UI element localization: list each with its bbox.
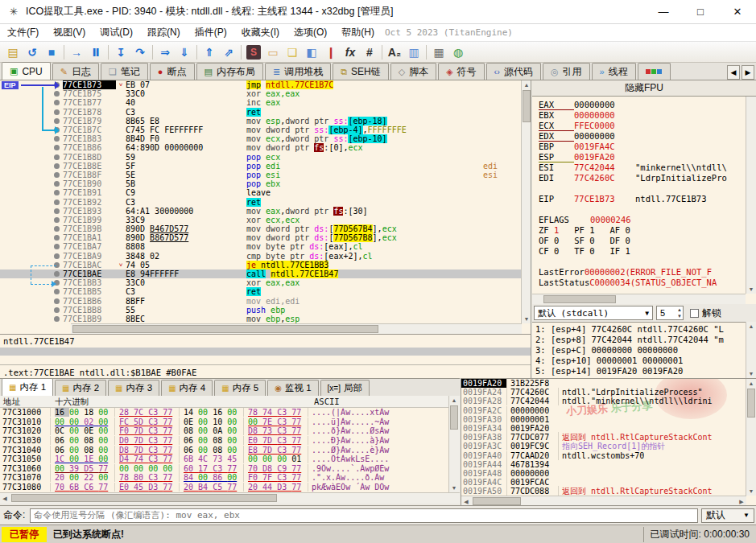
hash-icon[interactable]: # (360, 43, 379, 61)
tab-内存布局[interactable]: ▤内存布局 (196, 63, 263, 80)
hide-fpu-button[interactable]: 隐藏FPU (532, 80, 756, 97)
disasm-row[interactable]: 77CE1B7CC745 FC FEFFFFFFmov dword ptr ss… (0, 125, 522, 134)
tab-日志[interactable]: ✎日志 (52, 63, 99, 80)
breakpoint-dot[interactable] (54, 217, 60, 223)
run-to-user-code-icon[interactable]: ⇗ (219, 43, 238, 61)
dump-row[interactable]: 77C3106000 39 D5 7700 00 00 0060 17 C3 7… (0, 464, 448, 474)
breakpoint-dot[interactable] (54, 172, 60, 178)
flags-row[interactable]: OF 0 SF 0 DF 0 (539, 236, 745, 246)
breakpoint-dot[interactable] (54, 244, 60, 249)
dump-row[interactable]: 77C310501C 00 1E 00D4 74 C3 776B 4C 73 4… (0, 455, 448, 464)
register-row[interactable]: EAX00000000 (539, 100, 745, 110)
stop-icon[interactable]: ■ (42, 43, 61, 61)
stack-row[interactable]: 0019FA2031B225F8 (461, 379, 756, 388)
dump-tab-局部[interactable]: [x=]局部 (320, 380, 370, 396)
disasm-row[interactable]: 77CE1B798B65 E8mov esp,dword ptr ss:[ebp… (0, 117, 522, 125)
labels-icon[interactable]: ◧ (302, 43, 321, 61)
tab-seh链[interactable]: ⧉SEH链 (333, 63, 389, 80)
disasm-row[interactable]: 77CE1BAEE8 94FFFFFFcall ntdll.77CE1B47 (0, 269, 522, 278)
disasm-row[interactable]: 77CE1BB98BECmov ebp,esp (0, 315, 522, 323)
disasm-row[interactable]: 77CE1B73˅EB 07jmp ntdll.77CE1B7C (0, 80, 522, 89)
register-row[interactable]: ESI77C42044"minkernel\\ntdll\ (539, 162, 745, 173)
tab-调用堆栈[interactable]: ≣调用堆栈 (265, 63, 331, 80)
menu-item-视[interactable]: 视图(V) (46, 24, 93, 42)
disasm-row[interactable]: 77CE1B8664:890D 00000000mov dword ptr fs… (0, 143, 522, 152)
patches-icon[interactable]: ▭ (263, 43, 283, 61)
breakpoint-dot[interactable] (54, 181, 60, 187)
menu-item-调[interactable]: 调试(D) (93, 24, 140, 42)
comments-icon[interactable]: ❏ (283, 43, 302, 61)
breakpoint-dot[interactable] (54, 307, 60, 313)
scroll-up-arrow[interactable]: ▲ (746, 379, 756, 388)
functions-icon[interactable]: fx (341, 43, 360, 61)
scroll-down-arrow[interactable]: ▼ (746, 285, 756, 294)
stack-row[interactable]: 0019FA5077CDC088返回到 ntdll.RtlCaptureStac… (461, 487, 756, 496)
stack-row[interactable]: 0019FA3000000001 (461, 415, 756, 424)
scroll-down-arrow[interactable]: ▼ (522, 315, 531, 323)
argument-row[interactable]: 1: [esp+4] 77C4260C ntdll.77C4260C "L (535, 324, 746, 335)
dump-horizontal-scrollbar[interactable]: ◀ (0, 492, 460, 504)
run-icon[interactable]: → (67, 43, 86, 61)
tab-scroll-left-arrow[interactable]: ◀ (727, 65, 740, 80)
dump-tab-内存3[interactable]: ▦内存 3 (108, 380, 159, 396)
breakpoint-dot[interactable] (54, 271, 60, 277)
maximize-button[interactable]: □ (682, 0, 719, 23)
dump-tab-内存5[interactable]: ▦内存 5 (214, 380, 266, 396)
register-row[interactable]: EBX00000000 (539, 110, 745, 121)
dump-tab-监视1[interactable]: ◉监视 1 (267, 380, 318, 396)
dump-row[interactable]: 77C3107020 00 22 0078 80 C3 7784 00 86 0… (0, 473, 448, 483)
step-into-icon[interactable]: ↧ (111, 43, 130, 61)
dump-tab-内存4[interactable]: ▦内存 4 (161, 380, 213, 396)
breakpoint-dot[interactable] (54, 226, 60, 232)
tab-源代码[interactable]: ‹›源代码 (486, 63, 541, 80)
scroll-right-arrow[interactable]: ▶ (737, 497, 746, 505)
stack-row[interactable]: 0019FA2877C42044ntdll."minkernel\\ntdll\… (461, 397, 756, 405)
disasm-row[interactable]: 77CE1BB333C0xor eax,eax (0, 278, 522, 287)
stack-row[interactable]: 0019FA4446781394 (461, 460, 756, 469)
breakpoint-dot[interactable] (54, 145, 60, 150)
menu-item-选[interactable]: 选项(O) (287, 24, 334, 42)
trace-into-icon[interactable]: ⇒ (155, 43, 175, 61)
tab-断点[interactable]: ●断点 (150, 63, 195, 80)
close-button[interactable]: ✕ (719, 0, 756, 23)
disasm-row[interactable]: 77CE1B9B890D B467D577mov dword ptr ds:[7… (0, 224, 522, 233)
tab-handles[interactable] (638, 63, 671, 80)
tab-脚本[interactable]: ◇脚本 (390, 63, 436, 80)
breakpoint-dot[interactable] (54, 91, 60, 97)
register-row[interactable]: ESP0019FA20 (539, 152, 745, 162)
seh-chain-icon[interactable]: S (244, 43, 263, 61)
scroll-up-arrow[interactable]: ▲ (449, 396, 459, 405)
disasm-row[interactable]: 77CE1B8F5Epop esiesi (0, 171, 522, 179)
breakpoint-dot[interactable] (54, 200, 60, 205)
breakpoint-dot[interactable] (54, 253, 60, 259)
register-row[interactable]: EBP0019FA4C (539, 142, 745, 152)
command-mode-select[interactable]: 默认 ▼ (701, 508, 754, 523)
disasm-row[interactable]: 77CE1BA78808mov byte ptr ds:[eax],cl (0, 242, 522, 251)
argument-row[interactable]: 5: [esp+14] 0019FA20 0019FA20 (535, 366, 746, 376)
strings-icon[interactable]: A₂ (385, 43, 404, 61)
disasm-row[interactable]: 77CE1B91C9leave (0, 188, 522, 197)
stack-row[interactable]: 0019FA2C00000000 (461, 406, 756, 415)
breakpoint-dot[interactable] (54, 316, 60, 322)
argument-row[interactable]: 4: [esp+10] 00000001 00000001 (535, 356, 746, 366)
breakpoint-dot[interactable] (54, 190, 60, 195)
register-row[interactable]: ECXFFEC0000 (539, 121, 745, 131)
calling-convention-select[interactable]: 默认 (stdcall) ▼ (534, 306, 653, 320)
stepper-arrows-icon[interactable]: ▲▼ (677, 306, 682, 319)
disasm-row[interactable]: 77CE1B92C3ret (0, 197, 522, 206)
register-row[interactable]: EDX00000000 (539, 131, 745, 142)
tab-笔记[interactable]: ❏笔记 (101, 63, 148, 80)
stack-row[interactable]: 0019FA2477C4260Cntdll."LdrpInitializePro… (461, 388, 756, 397)
stack-vertical-scrollbar[interactable]: ▲ ▼ (746, 379, 756, 496)
disasm-row[interactable]: 77CE1B78C3ret (0, 108, 522, 117)
registers-vertical-scrollbar[interactable]: ▼ (746, 97, 756, 294)
breakpoint-dot[interactable] (54, 235, 60, 241)
step-over-icon[interactable]: ↷ (130, 43, 150, 61)
flags-row[interactable]: CF 0 TF 0 IF 1 (539, 246, 745, 257)
argument-row[interactable]: 3: [esp+C] 00000000 00000000 (535, 345, 746, 356)
disasm-row[interactable]: 77CE1BA1890D B867D577mov dword ptr ds:[7… (0, 233, 522, 242)
scroll-up-arrow[interactable]: ▲ (746, 322, 756, 331)
disasm-row[interactable]: 77CE1B8E5Fpop ediedi (0, 162, 522, 171)
disasm-row[interactable]: 77CE1BB68BFFmov edi,edi (0, 297, 522, 306)
arguments-vertical-scrollbar[interactable]: ▲ ▼ (746, 322, 756, 378)
